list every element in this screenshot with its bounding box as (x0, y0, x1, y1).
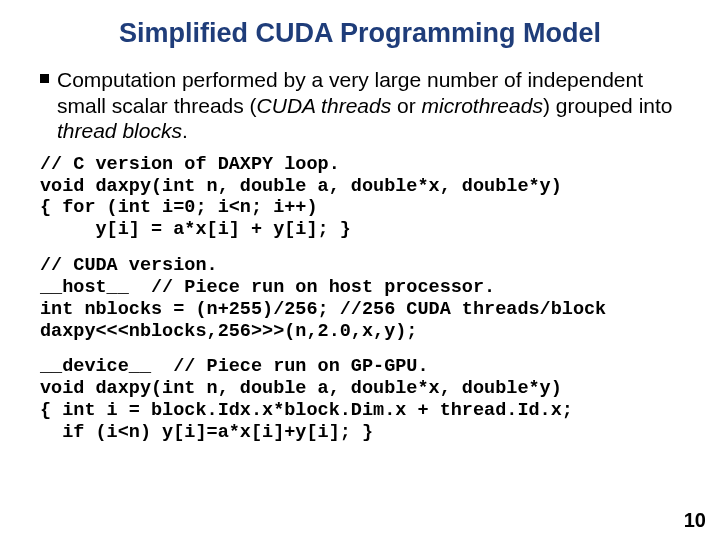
slide-title: Simplified CUDA Programming Model (40, 18, 680, 49)
bullet-italic-2: microthreads (422, 94, 543, 117)
bullet-italic-3: thread blocks (57, 119, 182, 142)
code-block-cuda-device: __device__ // Piece run on GP-GPU. void … (40, 356, 680, 443)
bullet-text-mid2: ) grouped into (543, 94, 673, 117)
bullet-text: Computation performed by a very large nu… (57, 67, 680, 144)
bullet-text-mid1: or (391, 94, 421, 117)
spacer (40, 241, 680, 255)
code-block-c: // C version of DAXPY loop. void daxpy(i… (40, 154, 680, 241)
bullet-italic-1: CUDA threads (257, 94, 392, 117)
bullet-text-post: . (182, 119, 188, 142)
spacer (40, 342, 680, 356)
bullet-square-icon (40, 74, 49, 83)
slide: Simplified CUDA Programming Model Comput… (0, 0, 720, 444)
bullet-item: Computation performed by a very large nu… (40, 67, 680, 144)
page-number: 10 (684, 509, 706, 532)
code-block-cuda-host: // CUDA version. __host__ // Piece run o… (40, 255, 680, 342)
